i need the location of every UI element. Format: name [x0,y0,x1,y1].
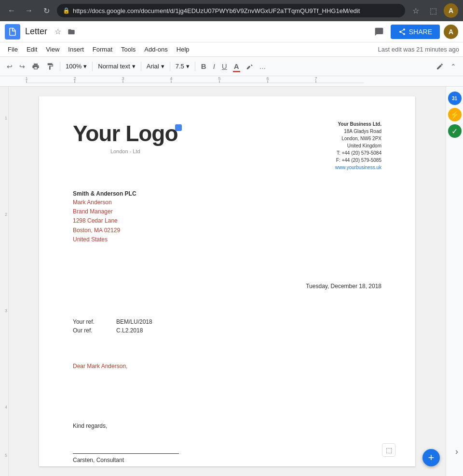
bolt-sidebar-button[interactable]: ⚡ [448,108,462,121]
svg-text:3: 3 [122,76,124,81]
back-button[interactable]: ← [5,4,18,17]
recipient-company: Smith & Anderson PLC [73,190,381,197]
logo-subtitle: London - Ltd [73,148,178,154]
menu-addons[interactable]: Add-ons [140,44,171,55]
toolbar-sep-5 [195,62,195,71]
docs-header-right: SHARE A [371,24,458,40]
page-number-3: 3 [5,308,7,313]
highlight-button[interactable] [243,60,256,73]
recipient-details: Mark Anderson Brand Manager 1298 Cedar L… [73,198,381,244]
toolbar-sep-2 [92,62,93,71]
folder-button[interactable] [66,26,77,38]
italic-button[interactable]: I [210,60,218,73]
company-phone: T: +44 (20) 579-5084 [335,149,381,157]
menu-view[interactable]: View [42,44,63,55]
undo-button[interactable]: ↩ [4,60,15,73]
company-address3: United Kingdom [335,142,381,149]
add-button[interactable]: + [422,449,440,466]
our-ref-label: Our ref. [73,327,107,334]
print-button[interactable] [29,60,42,73]
menu-help[interactable]: Help [173,44,193,55]
user-avatar-header[interactable]: A [444,25,458,39]
last-edit-text: Last edit was 21 minutes ago [378,46,459,53]
logo-section: Your Logo London - Ltd [73,120,178,154]
expand-right-button[interactable]: › [455,447,458,457]
company-info: Your Business Ltd. 18A Gladys Road Londo… [335,120,381,171]
svg-text:7: 7 [314,76,317,81]
company-fax: F: +44 (20) 579-5085 [335,157,381,164]
text-color-button[interactable]: A [231,60,242,73]
calendar-sidebar-button[interactable]: 31 [448,92,462,105]
menu-tools[interactable]: Tools [117,44,139,55]
page-number-5: 5 [5,453,7,458]
toolbar-sep-1 [60,62,60,71]
svg-text:1: 1 [25,76,27,81]
share-button[interactable]: SHARE [391,25,440,39]
recipient-title: Brand Manager [73,207,381,216]
user-avatar[interactable]: A [444,3,458,18]
letter-header: Your Logo London - Ltd Your Business Ltd… [73,120,381,171]
menu-insert[interactable]: Insert [64,44,88,55]
signature-line [73,453,179,454]
size-select[interactable]: 7.5 ▾ [173,60,192,73]
bold-button[interactable]: B [198,60,209,73]
our-ref-value: C.L2.2018 [116,327,143,334]
refresh-button[interactable]: ↻ [40,4,53,17]
recipient-block: Smith & Anderson PLC Mark Anderson Brand… [73,190,381,244]
doc-title: Letter [25,26,47,37]
menu-bar: File Edit View Insert Format Tools Add-o… [0,42,463,57]
recipient-address1: 1298 Cedar Lane [73,216,381,225]
bookmark-button[interactable]: ☆ [409,4,422,17]
font-select[interactable]: Arial ▾ [144,60,167,73]
check-sidebar-button[interactable]: ✓ [448,124,462,138]
salutation: Dear Mark Anderson, [73,363,381,370]
toolbar-sep-3 [141,62,141,71]
share-label: SHARE [409,28,432,36]
ref-block: Your ref. BEM/LU/2018 Our ref. C.L2.2018 [73,318,381,334]
svg-text:2: 2 [73,76,76,81]
extension-button[interactable]: ⬚ [426,4,440,17]
signature-block: Carsten, Consultant [73,453,381,463]
left-panel: 1 2 3 4 5 [0,87,9,476]
underline-button[interactable]: U [219,60,230,73]
comment-button[interactable] [371,24,387,40]
recipient-name: Mark Anderson [73,198,381,207]
svg-text:4: 4 [170,76,172,81]
doc-actions: ☆ [52,26,77,38]
pen-button[interactable] [433,60,447,73]
date-line: Tuesday, December 18, 2018 [73,283,381,290]
zoom-select[interactable]: 100% ▾ [63,60,89,73]
docs-header: Letter ☆ SHARE A [0,21,463,42]
more-formatting-button[interactable]: … [257,60,269,73]
format-paint-button[interactable] [43,60,57,73]
lock-icon: 🔒 [63,7,70,14]
main-area: 1 2 3 4 5 Your Logo London - Ltd Your Bu… [0,87,463,476]
toolbar: ↩ ↪ 100% ▾ Normal text ▾ Arial ▾ 7.5 ▾ B… [0,57,463,76]
expand-button[interactable]: ⬚ [382,443,395,457]
svg-text:5: 5 [218,76,220,81]
company-web: www.yourbusiness.uk [335,164,381,171]
document-area: Your Logo London - Ltd Your Business Ltd… [9,87,446,476]
address-bar[interactable]: 🔒 https://docs.google.com/document/d/1jg… [57,4,405,17]
recipient-address2: Boston, MA 02129 [73,226,381,235]
menu-file[interactable]: File [4,44,22,55]
star-button[interactable]: ☆ [52,26,64,38]
toolbar-sep-4 [170,62,170,71]
menu-edit[interactable]: Edit [23,44,41,55]
closing: Kind regards, [73,423,381,429]
page-number-2: 2 [5,212,7,217]
url-text: https://docs.google.com/document/d/1jg4E… [73,7,399,14]
style-select[interactable]: Normal text ▾ [95,60,137,73]
company-name: Your Business Ltd. [335,120,381,128]
redo-button[interactable]: ↪ [16,60,28,73]
forward-button[interactable]: → [22,4,36,17]
your-ref-label: Your ref. [73,318,107,325]
collapse-toolbar-button[interactable]: ⌃ [448,60,459,73]
signer-name: Carsten, Consultant [73,457,381,463]
recipient-address3: United States [73,235,381,244]
menu-format[interactable]: Format [89,44,116,55]
company-address2: London, NW6 2PX [335,135,381,142]
logo-text: Your Logo [73,121,178,146]
logo-dot [175,124,182,131]
your-ref-row: Your ref. BEM/LU/2018 [73,318,381,325]
